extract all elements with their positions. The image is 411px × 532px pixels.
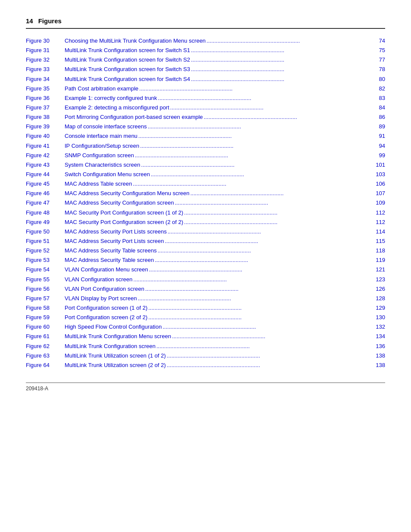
- toc-entry-label: Example 1: correctly configured trunk ..…: [65, 94, 385, 103]
- toc-entry-label: System Characteristics screen ..........…: [65, 161, 385, 169]
- toc-figure-label[interactable]: Figure 58: [26, 304, 65, 312]
- toc-figure-label[interactable]: Figure 45: [26, 180, 65, 188]
- toc-figure-label[interactable]: Figure 40: [26, 132, 65, 140]
- toc-page-number: 119: [372, 256, 385, 264]
- toc-row: Figure 58Port Configuration screen (1 of…: [26, 304, 385, 312]
- toc-entry-label: Map of console interface screens .......…: [65, 122, 385, 131]
- toc-figure-label[interactable]: Figure 36: [26, 94, 65, 103]
- toc-dots: ........................................…: [151, 170, 371, 179]
- toc-dots: ........................................…: [167, 361, 371, 370]
- toc-entry-label: MAC Address Security Configuration scree…: [65, 199, 385, 207]
- toc-entry-title: MAC Address Security Table screens: [65, 246, 157, 255]
- toc-figure-label[interactable]: Figure 50: [26, 227, 65, 236]
- toc-figure-label[interactable]: Figure 64: [26, 361, 65, 370]
- toc-page-number: 115: [372, 237, 385, 246]
- toc-page-number: 129: [372, 304, 385, 312]
- toc-row: Figure 35Path Cost arbitration example .…: [26, 84, 385, 93]
- toc-dots: ........................................…: [148, 304, 371, 312]
- page-footer: 209418-A: [26, 383, 385, 392]
- toc-figure-label[interactable]: Figure 61: [26, 332, 65, 341]
- toc-dots: ........................................…: [141, 161, 371, 169]
- toc-page-number: 112: [372, 208, 385, 217]
- toc-entry-label: Port Mirroring Configuration port-based …: [65, 113, 385, 121]
- toc-figure-label[interactable]: Figure 35: [26, 84, 65, 93]
- toc-dots: ........................................…: [191, 75, 371, 84]
- toc-entry-label: VLAN Configuration Menu screen .........…: [65, 265, 385, 274]
- toc-figure-label[interactable]: Figure 53: [26, 256, 65, 264]
- toc-figure-label[interactable]: Figure 43: [26, 161, 65, 169]
- toc-dots: ........................................…: [191, 56, 371, 64]
- toc-row: Figure 45MAC Address Table screen ......…: [26, 180, 385, 188]
- toc-dots: ........................................…: [206, 37, 371, 45]
- toc-figure-label[interactable]: Figure 37: [26, 103, 65, 112]
- toc-page-number: 99: [372, 151, 385, 160]
- toc-figure-label[interactable]: Figure 41: [26, 142, 65, 150]
- toc-page-number: 106: [372, 180, 385, 188]
- toc-row: Figure 40Console interface main menu ...…: [26, 132, 385, 140]
- toc-page-number: 107: [372, 189, 385, 198]
- toc-entry-label: MultiLink Trunk Configuration screen for…: [65, 65, 385, 74]
- toc-page-number: 75: [372, 46, 385, 55]
- toc-list: Figure 30Choosing the MultiLink Trunk Co…: [26, 37, 385, 370]
- toc-page-number: 78: [372, 65, 385, 74]
- toc-figure-label[interactable]: Figure 34: [26, 75, 65, 84]
- toc-figure-label[interactable]: Figure 60: [26, 323, 65, 331]
- toc-figure-label[interactable]: Figure 42: [26, 151, 65, 160]
- toc-figure-label[interactable]: Figure 59: [26, 313, 65, 322]
- toc-entry-label: MultiLink Trunk Configuration Menu scree…: [65, 332, 385, 341]
- toc-figure-label[interactable]: Figure 31: [26, 46, 65, 55]
- toc-entry-label: MAC Address Security Port Lists screens …: [65, 227, 385, 236]
- toc-entry-title: MAC Address Security Table screen: [65, 256, 154, 264]
- toc-dots: ........................................…: [148, 313, 371, 322]
- toc-entry-label: MultiLink Trunk Configuration screen ...…: [65, 342, 385, 351]
- toc-page-number: 86: [372, 113, 385, 121]
- toc-figure-label[interactable]: Figure 39: [26, 122, 65, 131]
- toc-figure-label[interactable]: Figure 54: [26, 265, 65, 274]
- toc-row: Figure 50MAC Address Security Port Lists…: [26, 227, 385, 236]
- toc-figure-label[interactable]: Figure 63: [26, 352, 65, 360]
- toc-figure-label[interactable]: Figure 46: [26, 189, 65, 198]
- toc-entry-label: Path Cost arbitration example ..........…: [65, 84, 385, 93]
- toc-dots: ........................................…: [138, 294, 371, 303]
- toc-page-number: 80: [372, 75, 385, 84]
- toc-figure-label[interactable]: Figure 56: [26, 285, 65, 293]
- toc-figure-label[interactable]: Figure 47: [26, 199, 65, 207]
- toc-figure-label[interactable]: Figure 51: [26, 237, 65, 246]
- page-title: Figures: [38, 17, 62, 25]
- toc-figure-label[interactable]: Figure 44: [26, 170, 65, 179]
- toc-page-number: 121: [372, 265, 385, 274]
- toc-figure-label[interactable]: Figure 48: [26, 208, 65, 217]
- toc-entry-title: Port Mirroring Configuration port-based …: [65, 113, 203, 121]
- toc-figure-label[interactable]: Figure 55: [26, 275, 65, 284]
- toc-entry-label: VLAN Display by Port screen ............…: [65, 294, 385, 303]
- toc-row: Figure 41IP Configuration/Setup screen .…: [26, 142, 385, 150]
- toc-entry-title: Example 1: correctly configured trunk: [65, 94, 157, 103]
- toc-entry-title: Switch Configuration Menu screen: [65, 170, 150, 179]
- toc-entry-title: MultiLink Trunk Configuration screen: [65, 342, 156, 351]
- toc-page-number: 112: [372, 218, 385, 227]
- toc-dots: ........................................…: [184, 208, 371, 217]
- toc-row: Figure 59Port Configuration screen (2 of…: [26, 313, 385, 322]
- toc-dots: ........................................…: [191, 65, 371, 74]
- toc-figure-label[interactable]: Figure 32: [26, 56, 65, 64]
- toc-figure-label[interactable]: Figure 38: [26, 113, 65, 121]
- toc-figure-label[interactable]: Figure 49: [26, 218, 65, 227]
- toc-figure-label[interactable]: Figure 52: [26, 246, 65, 255]
- toc-row: Figure 54VLAN Configuration Menu screen …: [26, 265, 385, 274]
- toc-page-number: 138: [372, 352, 385, 360]
- toc-row: Figure 51MAC Address Security Port Lists…: [26, 237, 385, 246]
- toc-entry-title: VLAN Configuration screen: [65, 275, 133, 284]
- toc-dots: ........................................…: [155, 256, 371, 264]
- toc-row: Figure 57VLAN Display by Port screen ...…: [26, 294, 385, 303]
- toc-entry-title: Example 2: detecting a misconfigured por…: [65, 103, 169, 112]
- toc-entry-label: SNMP Configuration screen ..............…: [65, 151, 385, 160]
- toc-figure-label[interactable]: Figure 33: [26, 65, 65, 74]
- toc-entry-title: Map of console interface screens: [65, 122, 147, 131]
- toc-figure-label[interactable]: Figure 62: [26, 342, 65, 351]
- toc-entry-label: MultiLink Trunk Configuration screen for…: [65, 75, 385, 84]
- toc-figure-label[interactable]: Figure 57: [26, 294, 65, 303]
- toc-page-number: 128: [372, 294, 385, 303]
- toc-entry-title: System Characteristics screen: [65, 161, 140, 169]
- toc-row: Figure 36Example 1: correctly configured…: [26, 94, 385, 103]
- toc-figure-label[interactable]: Figure 30: [26, 37, 65, 45]
